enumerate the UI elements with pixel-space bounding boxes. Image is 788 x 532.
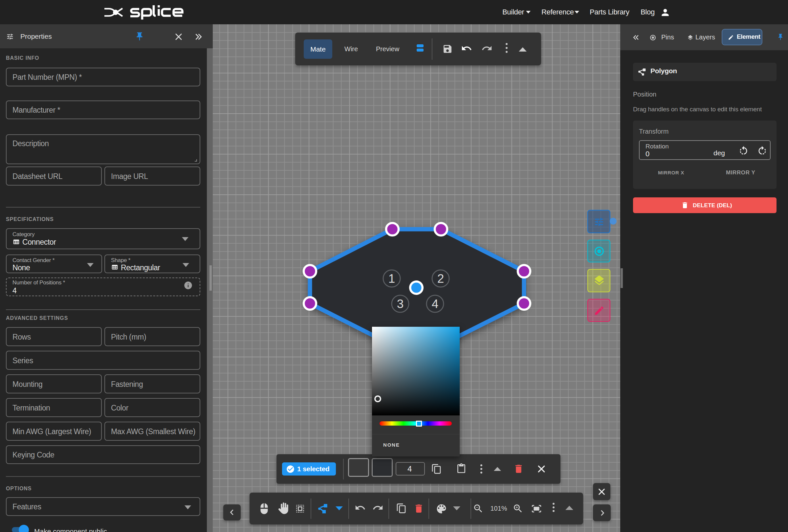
svg-text:1: 1	[389, 272, 395, 285]
svg-text:2: 2	[437, 272, 444, 285]
svg-text:3: 3	[397, 297, 404, 311]
svg-text:4: 4	[432, 297, 439, 311]
